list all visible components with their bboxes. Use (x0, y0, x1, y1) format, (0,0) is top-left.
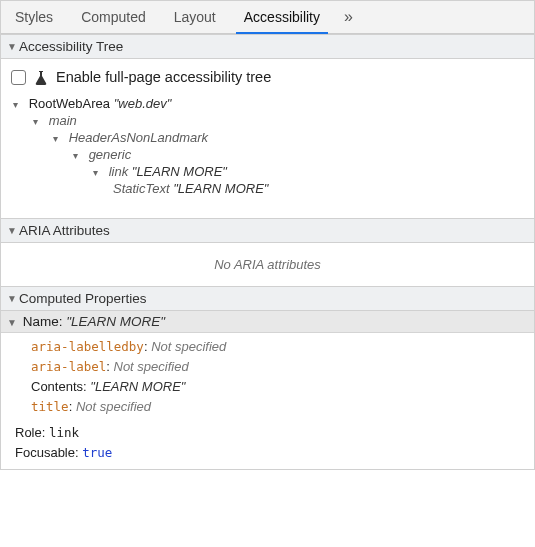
focusable-value: true (82, 445, 112, 460)
section-body-tree: Enable full-page accessibility tree ▾ Ro… (1, 59, 534, 218)
disclosure-triangle-icon: ▼ (7, 41, 17, 52)
source-value: Not specified (76, 399, 151, 414)
tree-node-name: "LEARN MORE" (173, 181, 268, 196)
source-attr: aria-labelledby (31, 339, 144, 354)
accessibility-tree: ▾ RootWebArea "web.dev" ▾ main ▾ HeaderA… (9, 94, 526, 208)
experiment-flask-icon (34, 69, 48, 86)
source-attr: Contents (31, 379, 83, 394)
section-title: ARIA Attributes (19, 223, 110, 238)
tree-node-role: RootWebArea (29, 96, 110, 111)
tab-computed[interactable]: Computed (67, 1, 160, 33)
tree-node-role: link (109, 164, 129, 179)
tree-node-role: main (49, 113, 77, 128)
tree-node-name: "web.dev" (114, 96, 172, 111)
tree-node-name: "LEARN MORE" (132, 164, 227, 179)
tab-styles[interactable]: Styles (1, 1, 67, 33)
accessibility-panel: Styles Computed Layout Accessibility » ▼… (0, 0, 535, 470)
computed-name-row[interactable]: ▼ Name: "LEARN MORE" (1, 311, 534, 333)
source-attr: title (31, 399, 69, 414)
enable-full-tree-checkbox[interactable] (11, 70, 26, 85)
source-value: Not specified (114, 359, 189, 374)
expand-icon: ▾ (93, 167, 105, 178)
tree-node[interactable]: ▾ HeaderAsNonLandmark ▾ generic (53, 128, 526, 204)
enable-full-tree-label: Enable full-page accessibility tree (56, 69, 271, 85)
tree-node-role: StaticText (113, 181, 170, 196)
name-source-row: aria-labelledby: Not specified (31, 337, 534, 357)
disclosure-triangle-icon: ▼ (7, 293, 17, 304)
name-label: Name: (23, 314, 67, 329)
source-value: "LEARN MORE" (90, 379, 185, 394)
disclosure-triangle-icon: ▼ (7, 225, 17, 236)
tree-node[interactable]: StaticText "LEARN MORE" (113, 179, 526, 198)
tab-overflow-button[interactable]: » (334, 1, 363, 33)
devtools-tabbar: Styles Computed Layout Accessibility » (1, 0, 534, 34)
section-header-computed[interactable]: ▼ Computed Properties (1, 286, 534, 311)
expand-icon: ▾ (53, 133, 65, 144)
section-title: Accessibility Tree (19, 39, 123, 54)
role-value: link (49, 425, 79, 440)
expand-icon: ▾ (73, 150, 85, 161)
aria-empty-message: No ARIA attributes (1, 243, 534, 286)
section-title: Computed Properties (19, 291, 147, 306)
section-header-tree[interactable]: ▼ Accessibility Tree (1, 34, 534, 59)
name-source-row: title: Not specified (31, 397, 534, 417)
computed-focusable-row: Focusable: true (15, 443, 534, 463)
tree-node[interactable]: ▾ generic ▾ link "LEARN MORE" (73, 145, 526, 202)
tab-layout[interactable]: Layout (160, 1, 230, 33)
name-value: "LEARN MORE" (66, 314, 165, 329)
section-header-aria[interactable]: ▼ ARIA Attributes (1, 218, 534, 243)
name-source-row: Contents: "LEARN MORE" (31, 377, 534, 397)
source-value: Not specified (151, 339, 226, 354)
name-source-row: aria-label: Not specified (31, 357, 534, 377)
tree-node[interactable]: ▾ link "LEARN MORE" StaticText " (93, 162, 526, 200)
tab-accessibility[interactable]: Accessibility (230, 1, 334, 33)
computed-role-row: Role: link (15, 423, 534, 443)
tree-node-role: HeaderAsNonLandmark (69, 130, 208, 145)
disclosure-triangle-icon: ▼ (7, 317, 17, 328)
source-attr: aria-label (31, 359, 106, 374)
tree-node[interactable]: ▾ main ▾ HeaderAsNonLandmark ▾ gen (33, 111, 526, 206)
role-label: Role: (15, 425, 49, 440)
focusable-label: Focusable: (15, 445, 82, 460)
enable-full-tree-row: Enable full-page accessibility tree (9, 65, 526, 94)
tree-node-role: generic (89, 147, 132, 162)
expand-icon: ▾ (13, 99, 25, 110)
expand-icon: ▾ (33, 116, 45, 127)
computed-extra-props: Role: link Focusable: true (1, 423, 534, 469)
tree-node[interactable]: ▾ RootWebArea "web.dev" ▾ main ▾ HeaderA… (13, 94, 526, 208)
name-sources-list: aria-labelledby: Not specified aria-labe… (1, 333, 534, 424)
